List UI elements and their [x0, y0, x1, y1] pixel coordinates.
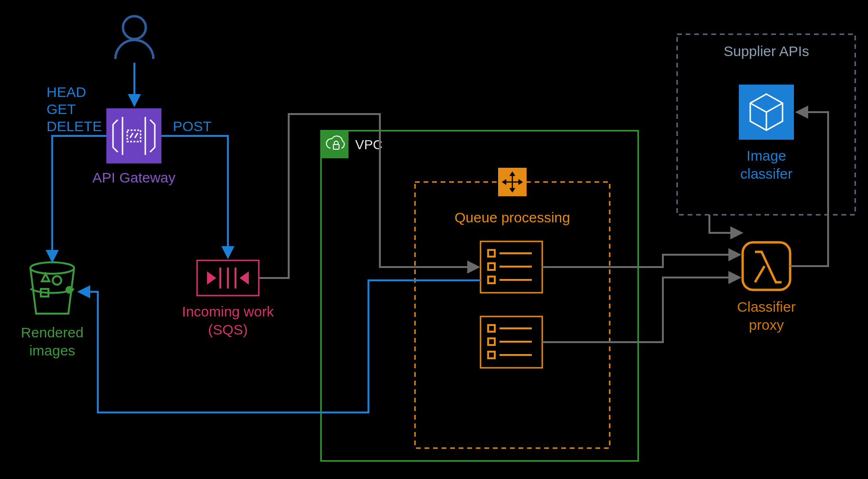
edge-delete-label: DELETE [47, 118, 102, 134]
edge-task1-to-s3 [80, 280, 481, 412]
image-classifier-label-1: Image [746, 148, 786, 163]
edge-task2-to-lambda [542, 278, 739, 342]
sqs-label-1: Incoming work [182, 304, 274, 319]
image-classifier-node: Image classifer [739, 85, 794, 182]
edge-task1-to-lambda [542, 255, 739, 267]
edge-apigw-to-s3 [52, 136, 106, 260]
api-gateway-node: API Gateway [92, 108, 175, 185]
edge-apigw-to-sqs [161, 136, 228, 257]
edge-get-label: GET [47, 101, 76, 117]
ecs-task-1 [481, 241, 542, 293]
supplier-apis-label: Supplier APIs [724, 43, 809, 59]
svg-marker-27 [42, 274, 49, 281]
svg-point-28 [53, 276, 61, 285]
s3-label-1: Rendered [21, 325, 84, 340]
ecs-task-2 [481, 316, 542, 368]
edge-post-label: POST [173, 118, 212, 134]
svg-point-26 [66, 286, 73, 294]
svg-point-25 [30, 262, 74, 274]
user-icon [115, 16, 153, 59]
s3-label-2: images [29, 343, 75, 358]
svg-rect-21 [106, 108, 161, 163]
edge-lambda-to-classifier [790, 112, 828, 266]
autoscale-group: Queue processing [415, 168, 610, 448]
edge-classifier-to-lambda [709, 215, 741, 233]
s3-node: Rendered images [21, 262, 84, 358]
svg-point-20 [123, 16, 146, 39]
lambda-node: Classifier proxy [737, 242, 795, 333]
sqs-label-2: (SQS) [208, 322, 247, 337]
autoscale-label: Queue processing [454, 210, 570, 225]
vpc-label: VPC [355, 137, 383, 152]
lambda-label-1: Classifier [737, 299, 795, 315]
api-gateway-label: API Gateway [92, 170, 175, 185]
image-classifier-label-2: classifer [740, 166, 793, 182]
lambda-label-2: proxy [749, 317, 783, 333]
edge-head-label: HEAD [47, 84, 86, 100]
sqs-node: Incoming work (SQS) [182, 260, 274, 337]
svg-rect-36 [743, 242, 790, 290]
